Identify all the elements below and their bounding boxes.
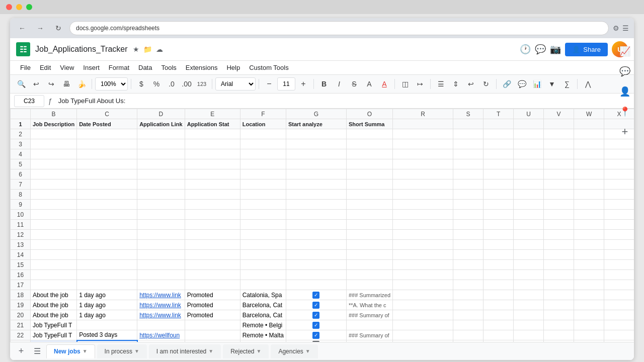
start-analyze-cell[interactable]: ✓ xyxy=(286,330,346,340)
sidebar-chat-icon[interactable]: 💬 xyxy=(618,64,632,78)
zoom-selector[interactable]: 100% xyxy=(95,77,128,90)
folder-icon[interactable]: 📁 xyxy=(143,45,152,53)
menu-insert[interactable]: Insert xyxy=(79,62,104,73)
strikethrough-button[interactable]: S xyxy=(347,77,361,91)
star-icon[interactable]: ★ xyxy=(133,45,139,53)
summary-cell[interactable]: **A. What the c xyxy=(346,300,392,310)
location-cell[interactable]: Barcelona, Cat xyxy=(240,300,286,310)
col-r[interactable]: R xyxy=(393,109,453,119)
menu-extensions[interactable]: Extensions xyxy=(182,62,222,73)
percent-button[interactable]: % xyxy=(149,77,164,91)
app-status-cell[interactable]: Promoted xyxy=(185,290,240,300)
job-desc-cell[interactable]: Job TypeFull T xyxy=(31,330,77,340)
table-row[interactable]: 19 About the job 1 day ago https://www.l… xyxy=(11,300,634,310)
font-increase-button[interactable]: + xyxy=(296,77,310,91)
formula-input[interactable]: Job TypeFull About Us: xyxy=(56,96,630,106)
checkbox-checked[interactable]: ✓ xyxy=(312,312,319,319)
app-status-cell[interactable] xyxy=(185,330,240,340)
app-link-cell[interactable]: https://wellfoun xyxy=(137,340,185,342)
app-link-cell[interactable] xyxy=(137,320,185,330)
add-sheet-button[interactable]: + xyxy=(14,344,28,358)
minimize-dot[interactable] xyxy=(16,4,22,10)
date-cell[interactable] xyxy=(77,320,137,330)
col-t[interactable]: T xyxy=(484,109,514,119)
grid-container[interactable]: B C D E F G O R S T U V W X xyxy=(10,109,634,342)
col-s[interactable]: S xyxy=(453,109,484,119)
job-desc-cell[interactable]: Job TypeFull A xyxy=(31,340,77,342)
job-desc-cell[interactable]: About the job xyxy=(31,300,77,310)
cloud-icon[interactable]: ☁ xyxy=(156,45,163,53)
date-cell[interactable]: 1 day ago xyxy=(77,310,137,320)
location-cell[interactable]: Barcelona, Cat xyxy=(240,310,286,320)
menu-tools[interactable]: Tools xyxy=(157,62,180,73)
app-status-cell[interactable]: Promoted xyxy=(185,310,240,320)
link-cell[interactable]: https://www.link xyxy=(139,292,181,299)
link-cell[interactable]: https://www.link xyxy=(139,312,181,319)
col-d[interactable]: D xyxy=(137,109,185,119)
address-bar[interactable]: docs.google.com/spreadsheets xyxy=(69,21,609,35)
location-cell[interactable]: Remote • Malta xyxy=(240,330,286,340)
tab-new-jobs-dropdown[interactable]: ▼ xyxy=(83,348,88,354)
comment-button[interactable]: 💬 xyxy=(515,77,529,91)
col-w[interactable]: W xyxy=(574,109,604,119)
valign-button[interactable]: ⇕ xyxy=(449,77,463,91)
app-link-cell[interactable]: https://wellfoun xyxy=(137,330,185,340)
checkbox-checked[interactable]: ✓ xyxy=(312,292,319,299)
job-desc-cell[interactable]: Job TypeFull T xyxy=(31,320,77,330)
menu-format[interactable]: Format xyxy=(105,62,133,73)
filter-button[interactable]: ▼ xyxy=(545,77,559,91)
summary-cell[interactable] xyxy=(346,320,392,330)
col-b[interactable]: B xyxy=(31,109,77,119)
font-size-input[interactable] xyxy=(277,77,295,90)
table-row[interactable]: 18 About the job 1 day ago https://www.l… xyxy=(11,290,634,300)
menu-edit[interactable]: Edit xyxy=(36,62,55,73)
font-selector[interactable]: Arial xyxy=(215,77,256,90)
start-analyze-cell[interactable]: ✓ xyxy=(286,290,346,300)
menu-help[interactable]: Help xyxy=(222,62,244,73)
decimal-increase-button[interactable]: .00 xyxy=(180,77,194,91)
app-status-cell[interactable] xyxy=(185,340,240,342)
undo-button[interactable]: ↩ xyxy=(29,77,43,91)
app-status-cell[interactable] xyxy=(185,320,240,330)
location-cell[interactable]: Catalonia, Spa xyxy=(240,290,286,300)
link-cell[interactable]: https://wellfoun xyxy=(140,342,180,342)
checkbox-unchecked[interactable] xyxy=(312,341,319,342)
menu-view[interactable]: View xyxy=(56,62,78,73)
forward-button[interactable]: → xyxy=(33,21,47,35)
menu-custom-tools[interactable]: Custom Tools xyxy=(245,62,293,73)
sidebar-plus-icon[interactable]: + xyxy=(618,125,632,139)
table-row[interactable]: 22 Job TypeFull T Posted 3 days https://… xyxy=(11,330,634,340)
tab-rejected-dropdown[interactable]: ▼ xyxy=(257,348,262,354)
location-cell[interactable]: Remote xyxy=(240,340,286,342)
text-wrap-button[interactable]: ↩ xyxy=(464,77,478,91)
table-row[interactable]: 20 About the job 1 day ago https://www.l… xyxy=(11,310,634,320)
comment-icon[interactable]: 💬 xyxy=(535,44,546,55)
col-g[interactable]: G xyxy=(286,109,346,119)
tab-not-interested[interactable]: I am not interested ▼ xyxy=(149,344,221,358)
sidebar-explore-icon[interactable]: 📈 xyxy=(618,44,632,58)
align-left-button[interactable]: ☰ xyxy=(434,77,448,91)
sidebar-user-icon[interactable]: 👤 xyxy=(618,84,632,99)
collapse-toolbar-button[interactable]: ⋀ xyxy=(581,77,595,91)
job-desc-cell[interactable]: About the job xyxy=(31,290,77,300)
start-analyze-cell[interactable]: ✓ xyxy=(286,310,346,320)
present-icon[interactable]: 📷 xyxy=(550,44,561,55)
borders-button[interactable]: ◫ xyxy=(398,77,412,91)
text-color-button[interactable]: A xyxy=(377,77,391,91)
bold-button[interactable]: B xyxy=(317,77,331,91)
date-cell[interactable]: Posted 3 days xyxy=(77,340,137,342)
chart-button[interactable]: 📊 xyxy=(530,77,544,91)
summary-cell[interactable] xyxy=(346,340,392,342)
checkbox-checked[interactable]: ✓ xyxy=(312,322,319,329)
tab-rejected[interactable]: Rejected ▼ xyxy=(223,344,269,358)
tab-new-jobs[interactable]: New jobs ▼ xyxy=(46,344,95,358)
rotate-button[interactable]: ↻ xyxy=(479,77,493,91)
tab-in-process-dropdown[interactable]: ▼ xyxy=(134,348,139,354)
summary-cell[interactable]: ### Summary of xyxy=(346,310,392,320)
col-f[interactable]: F xyxy=(240,109,286,119)
start-analyze-cell[interactable]: ✓ xyxy=(286,320,346,330)
start-analyze-cell[interactable]: ✓ xyxy=(286,300,346,310)
redo-button[interactable]: ↪ xyxy=(44,77,58,91)
back-button[interactable]: ← xyxy=(15,21,29,35)
link-cell[interactable]: https://wellfoun xyxy=(139,332,180,339)
